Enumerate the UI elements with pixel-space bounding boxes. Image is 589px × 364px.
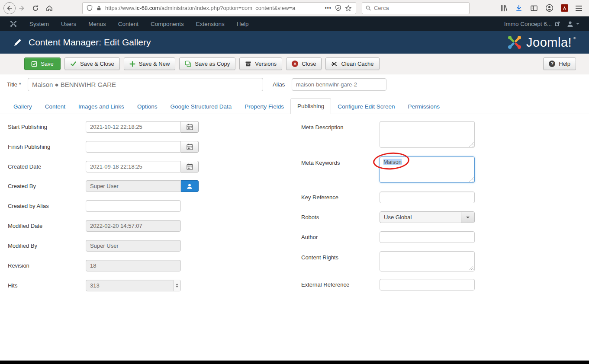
created-by-alias-label: Created by Alias (8, 200, 86, 212)
menu-help[interactable]: Help (237, 21, 249, 27)
tab-property-fields[interactable]: Property Fields (238, 99, 290, 114)
resize-grip-icon[interactable] (469, 177, 473, 182)
calendar-button[interactable] (181, 141, 199, 153)
select-dropdown-button[interactable] (461, 212, 474, 223)
calendar-icon (187, 144, 193, 150)
shield-check-icon[interactable] (335, 5, 341, 11)
hits-input: 313 (86, 280, 181, 291)
menu-extensions[interactable]: Extensions (196, 21, 225, 27)
lock-icon (96, 5, 102, 11)
tab-gallery[interactable]: Gallery (7, 99, 39, 114)
copy-icon (185, 61, 191, 67)
tracking-shield-icon (87, 5, 93, 11)
edit-toolbar: Save Save & Close Save & New Save as Cop… (0, 54, 589, 74)
meta-description-textarea[interactable] (380, 121, 475, 148)
user-menu[interactable] (567, 21, 579, 27)
title-input[interactable]: Maison ● BENNWIHR GARE (28, 78, 263, 91)
external-reference-input[interactable] (380, 279, 475, 291)
clean-cache-button[interactable]: Clean Cache (325, 57, 379, 70)
search-icon (366, 5, 371, 11)
menu-icon[interactable] (576, 6, 582, 11)
search-input[interactable] (374, 5, 466, 11)
field-meta-keywords: Meta Keywords Maison (301, 156, 475, 183)
content-rights-textarea[interactable] (380, 251, 475, 271)
modified-date-input: 2022-02-20 14:57:07 (86, 220, 181, 232)
menu-menus[interactable]: Menus (88, 21, 106, 27)
tab-options[interactable]: Options (131, 99, 164, 114)
download-icon[interactable] (515, 4, 523, 12)
menu-users[interactable]: Users (61, 21, 76, 27)
back-button[interactable] (3, 2, 16, 14)
modified-by-label: Modified By (8, 240, 86, 252)
robots-selected-value: Use Global (380, 214, 461, 220)
tab-configure-edit-screen[interactable]: Configure Edit Screen (331, 99, 401, 114)
resize-grip-icon[interactable] (469, 265, 473, 270)
key-reference-input[interactable] (380, 192, 475, 203)
revision-input: 18 (86, 260, 181, 271)
url-bar[interactable]: https://www.ic-68.com/administrator/inde… (82, 2, 356, 14)
chevron-down-icon (576, 23, 579, 25)
edit-tabs: Gallery Content Images and Links Options… (0, 98, 589, 114)
field-created-by: Created By Super User (8, 180, 199, 192)
menu-content[interactable]: Content (118, 21, 138, 27)
calendar-icon (187, 163, 193, 170)
tab-images-links[interactable]: Images and Links (72, 99, 131, 114)
save-button[interactable]: Save (24, 57, 61, 70)
created-date-input[interactable]: 2021-09-18 22:18:25 (86, 161, 181, 172)
screenshot-root: https://www.ic-68.com/administrator/inde… (0, 0, 589, 364)
home-button[interactable] (43, 2, 55, 14)
versions-button[interactable]: Versions (239, 57, 282, 70)
number-stepper[interactable] (173, 280, 180, 291)
menu-system[interactable]: System (29, 21, 49, 27)
scrollbar[interactable] (587, 74, 587, 361)
robots-select[interactable]: Use Global (380, 211, 475, 223)
content-rights-label: Content Rights (301, 251, 380, 271)
library-icon[interactable] (500, 4, 508, 12)
author-input[interactable] (380, 231, 475, 243)
page-actions-icon[interactable]: ••• (325, 5, 332, 11)
help-button[interactable]: ? Help (543, 57, 576, 70)
brand-text: Joomla! (526, 35, 572, 50)
account-icon[interactable] (545, 4, 554, 12)
start-publishing-input[interactable]: 2021-10-12 22:18:25 (86, 121, 181, 133)
sidebar-icon[interactable] (530, 4, 538, 12)
alias-input[interactable]: maison-bennwihr-gare-2 (292, 78, 386, 91)
tab-permissions[interactable]: Permissions (401, 99, 446, 114)
tab-content[interactable]: Content (39, 99, 72, 114)
selected-text: Maison (383, 159, 402, 165)
created-by-alias-input[interactable] (86, 200, 181, 212)
site-preview-link[interactable]: Immo Concept 6... (504, 21, 560, 27)
save-copy-button[interactable]: Save as Copy (179, 57, 235, 70)
edit-form: Title * Maison ● BENNWIHR GARE Alias mai… (0, 74, 589, 361)
url-text: https://www.ic-68.com/administrator/inde… (105, 5, 321, 11)
resize-grip-icon[interactable] (469, 142, 473, 147)
chevron-down-icon (466, 217, 470, 218)
select-user-button[interactable] (181, 180, 199, 192)
forward-button[interactable] (16, 2, 28, 14)
reload-icon (32, 5, 39, 12)
field-external-reference: External Reference (301, 279, 475, 291)
calendar-button[interactable] (181, 121, 199, 133)
bookmark-star-icon[interactable] (345, 5, 352, 12)
arrow-right-icon (18, 5, 25, 12)
tab-google-structured-data[interactable]: Google Structured Data (164, 99, 238, 114)
close-button[interactable]: × Close (286, 57, 322, 70)
arrow-left-icon (6, 5, 13, 12)
adobe-pdf-icon[interactable] (561, 4, 568, 12)
finish-publishing-input[interactable] (86, 141, 181, 153)
field-revision: Revision 18 (8, 260, 181, 271)
tab-publishing[interactable]: Publishing (290, 98, 331, 114)
meta-keywords-textarea[interactable]: Maison (380, 156, 475, 183)
save-close-button[interactable]: Save & Close (64, 57, 120, 70)
save-new-button[interactable]: Save & New (124, 57, 176, 70)
field-created-date: Created Date 2021-09-18 22:18:25 (8, 161, 199, 172)
page-title-bar: Content Manager: Edit Gallery Joomla!® (0, 31, 589, 54)
reload-button[interactable] (29, 2, 42, 14)
browser-search-bar[interactable] (362, 2, 470, 14)
calendar-button[interactable] (181, 161, 199, 172)
plus-icon (129, 61, 135, 67)
edit-pencil-icon (13, 38, 22, 47)
modified-by-input: Super User (86, 240, 181, 252)
menu-components[interactable]: Components (151, 21, 184, 27)
joomla-logo-icon (506, 34, 523, 51)
